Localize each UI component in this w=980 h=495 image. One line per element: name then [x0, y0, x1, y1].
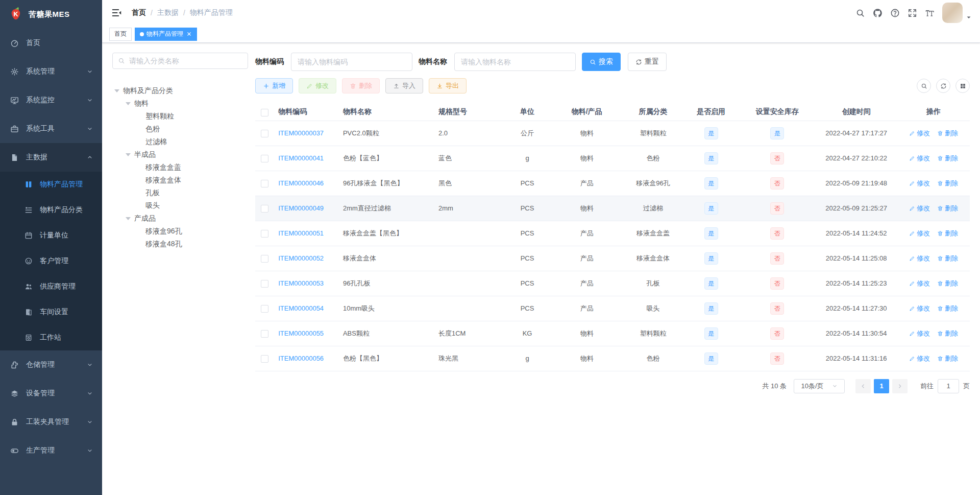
breadcrumb-item[interactable]: 主数据	[157, 8, 179, 17]
tree-node[interactable]: 吸头	[112, 199, 248, 212]
tree-node[interactable]: 孔板	[112, 186, 248, 199]
sidebar-item-workstation[interactable]: 工作站	[0, 325, 102, 350]
avatar[interactable]	[942, 3, 963, 23]
sidebar-item-supplier-management[interactable]: 供应商管理	[0, 274, 102, 299]
page-size-select[interactable]: 10条/页	[794, 379, 845, 393]
item-code-link[interactable]: ITEM00000052	[278, 254, 324, 262]
row-delete-button[interactable]: 删除	[937, 304, 958, 313]
tab-首页[interactable]: 首页	[109, 28, 132, 41]
row-delete-button[interactable]: 删除	[937, 254, 958, 263]
hamburger-icon[interactable]	[111, 7, 122, 18]
tree-node[interactable]: 移液盒96孔	[112, 225, 248, 238]
tree-search-input[interactable]	[129, 57, 242, 65]
sidebar-item-equipment-management[interactable]: 设备管理	[0, 379, 102, 408]
sidebar-item-workshop-settings[interactable]: 车间设置	[0, 299, 102, 325]
table-row[interactable]: ITEM0000005396孔孔板PCS产品孔板是否2022-05-14 11:…	[255, 271, 970, 296]
item-code-link[interactable]: ITEM00000053	[278, 279, 324, 287]
row-delete-button[interactable]: 删除	[937, 204, 958, 213]
row-checkbox[interactable]	[261, 355, 268, 363]
tree-node[interactable]: 物料及产品分类	[112, 84, 248, 97]
item-code-link[interactable]: ITEM00000046	[278, 179, 324, 187]
row-delete-button[interactable]: 删除	[937, 229, 958, 238]
prev-page-button[interactable]	[855, 379, 871, 393]
row-checkbox[interactable]	[261, 255, 268, 263]
page-number-button[interactable]: 1	[874, 379, 889, 393]
row-checkbox[interactable]	[261, 230, 268, 238]
fontsize-button[interactable]	[921, 3, 938, 23]
tree-node[interactable]: 移液盒盒盖	[112, 161, 248, 174]
sidebar-item-production-management[interactable]: 生产管理	[0, 436, 102, 465]
tree-node[interactable]: 塑料颗粒	[112, 110, 248, 123]
sidebar-item-customer-management[interactable]: 客户管理	[0, 248, 102, 274]
tree-node[interactable]: 移液盒48孔	[112, 238, 248, 250]
goto-page-input[interactable]	[938, 379, 959, 393]
caret-down-icon[interactable]	[966, 14, 972, 20]
row-edit-button[interactable]: 修改	[909, 129, 930, 138]
sidebar-item-warehouse-management[interactable]: 仓储管理	[0, 350, 102, 379]
material-name-input[interactable]	[454, 53, 576, 71]
row-delete-button[interactable]: 删除	[937, 329, 958, 338]
export-button[interactable]: 导出	[429, 78, 467, 93]
sidebar-item-home[interactable]: 首页	[0, 29, 102, 57]
sidebar-item-measure-unit[interactable]: 计量单位	[0, 223, 102, 248]
sidebar-item-material-product-category[interactable]: 物料产品分类	[0, 197, 102, 223]
logo[interactable]: K 苦糖果MES	[0, 0, 102, 29]
select-all-checkbox[interactable]	[261, 109, 268, 116]
tree-node[interactable]: 移液盒盒体	[112, 174, 248, 186]
search-circle-button[interactable]	[917, 79, 931, 93]
import-button[interactable]: 导入	[385, 78, 423, 93]
row-delete-button[interactable]: 删除	[937, 179, 958, 188]
sidebar-item-system-tools[interactable]: 系统工具	[0, 114, 102, 143]
row-checkbox[interactable]	[261, 205, 268, 213]
row-delete-button[interactable]: 删除	[937, 354, 958, 363]
row-checkbox[interactable]	[261, 155, 268, 162]
item-code-link[interactable]: ITEM00000056	[278, 355, 324, 362]
row-checkbox[interactable]	[261, 305, 268, 313]
item-code-link[interactable]: ITEM00000054	[278, 304, 324, 312]
add-button[interactable]: 新增	[255, 78, 293, 93]
github-button[interactable]	[869, 3, 886, 23]
refresh-circle-button[interactable]	[936, 79, 950, 93]
edit-button[interactable]: 修改	[299, 78, 336, 93]
tree-node[interactable]: 半成品	[112, 148, 248, 161]
search-button[interactable]	[851, 3, 869, 23]
sidebar-item-system-management[interactable]: 系统管理	[0, 57, 102, 86]
grid-circle-button[interactable]	[955, 79, 970, 93]
row-edit-button[interactable]: 修改	[909, 254, 930, 263]
row-checkbox[interactable]	[261, 330, 268, 338]
row-edit-button[interactable]: 修改	[909, 179, 930, 188]
fullscreen-button[interactable]	[903, 3, 921, 23]
row-edit-button[interactable]: 修改	[909, 279, 930, 288]
question-button[interactable]	[886, 3, 903, 23]
breadcrumb-item[interactable]: 首页	[132, 8, 146, 17]
tree-node[interactable]: 产成品	[112, 212, 248, 225]
item-code-link[interactable]: ITEM00000037	[278, 129, 324, 137]
row-delete-button[interactable]: 删除	[937, 279, 958, 288]
table-row[interactable]: ITEM00000041色粉【蓝色】蓝色g物料色粉是否2022-04-27 22…	[255, 146, 970, 171]
item-code-link[interactable]: ITEM00000051	[278, 229, 324, 237]
row-edit-button[interactable]: 修改	[909, 354, 930, 363]
table-row[interactable]: ITEM00000051移液盒盒盖【黑色】PCS产品移液盒盒盖是否2022-05…	[255, 221, 970, 246]
sidebar-item-system-monitor[interactable]: 系统监控	[0, 86, 102, 114]
table-row[interactable]: ITEM000000492mm直径过滤棉2mmPCS物料过滤棉是否2022-05…	[255, 196, 970, 221]
item-code-link[interactable]: ITEM00000041	[278, 154, 324, 162]
table-row[interactable]: ITEM00000052移液盒盒体PCS产品移液盒盒体是否2022-05-14 …	[255, 246, 970, 271]
table-row[interactable]: ITEM0000005410mm吸头PCS产品吸头是否2022-05-14 11…	[255, 296, 970, 321]
reset-button[interactable]: 重置	[628, 53, 667, 71]
row-delete-button[interactable]: 删除	[937, 154, 958, 163]
row-edit-button[interactable]: 修改	[909, 204, 930, 213]
table-row[interactable]: ITEM0000004696孔移液盒【黑色】黑色PCS产品移液盒96孔是否202…	[255, 171, 970, 196]
row-edit-button[interactable]: 修改	[909, 329, 930, 338]
row-checkbox[interactable]	[261, 180, 268, 187]
tree-node[interactable]: 过滤棉	[112, 135, 248, 148]
sidebar-item-material-product-management[interactable]: 物料产品管理	[0, 172, 102, 197]
table-row[interactable]: ITEM00000055ABS颗粒长度1CMKG物料塑料颗粒是否2022-05-…	[255, 321, 970, 346]
delete-button[interactable]: 删除	[342, 78, 380, 93]
tree-node[interactable]: 物料	[112, 97, 248, 110]
search-button[interactable]: 搜索	[582, 53, 621, 71]
item-code-link[interactable]: ITEM00000055	[278, 329, 324, 337]
material-code-input[interactable]	[291, 53, 412, 71]
row-edit-button[interactable]: 修改	[909, 304, 930, 313]
table-row[interactable]: ITEM00000056色粉【黑色】珠光黑g物料色粉是否2022-05-14 1…	[255, 346, 970, 371]
item-code-link[interactable]: ITEM00000049	[278, 204, 324, 212]
